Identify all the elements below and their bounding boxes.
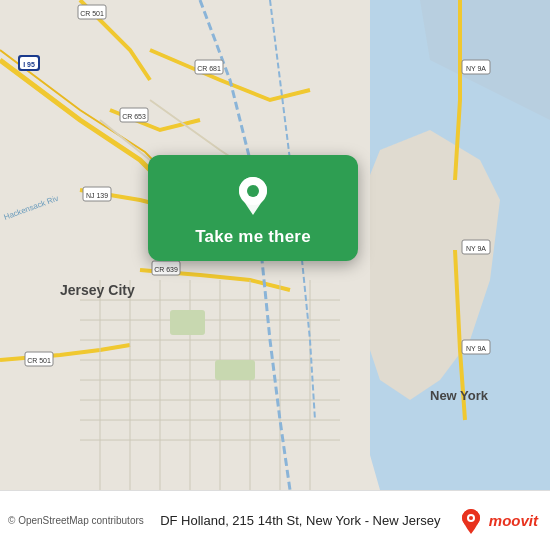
svg-text:CR 501: CR 501: [27, 357, 51, 364]
svg-rect-48: [215, 360, 255, 380]
moovit-icon: [457, 507, 485, 535]
moovit-brand-name: moovit: [489, 512, 538, 529]
svg-text:NY 9A: NY 9A: [466, 245, 486, 252]
location-label: DF Holland, 215 14th St, New York - New …: [144, 513, 457, 528]
svg-text:CR 639: CR 639: [154, 266, 178, 273]
svg-text:NJ 139: NJ 139: [86, 192, 108, 199]
moovit-logo: moovit: [457, 507, 538, 535]
svg-point-50: [247, 185, 259, 197]
svg-text:NY 9A: NY 9A: [466, 65, 486, 72]
svg-point-53: [469, 516, 473, 520]
location-pin-icon: [231, 173, 275, 217]
svg-text:Jersey City: Jersey City: [60, 282, 135, 298]
svg-text:New York: New York: [430, 388, 489, 403]
bottom-bar: © OpenStreetMap contributors DF Holland,…: [0, 490, 550, 550]
svg-rect-47: [170, 310, 205, 335]
svg-text:CR 681: CR 681: [197, 65, 221, 72]
svg-text:I 95: I 95: [23, 61, 35, 68]
svg-text:NY 9A: NY 9A: [466, 345, 486, 352]
take-me-there-card: Take me there: [148, 155, 358, 261]
map-container: I 95 CR 501 CR 681 CR 653 NJ 139 CR 639 …: [0, 0, 550, 490]
svg-text:CR 653: CR 653: [122, 113, 146, 120]
take-me-there-button[interactable]: Take me there: [195, 227, 311, 247]
attribution-text: © OpenStreetMap contributors: [8, 515, 144, 526]
svg-text:CR 501: CR 501: [80, 10, 104, 17]
